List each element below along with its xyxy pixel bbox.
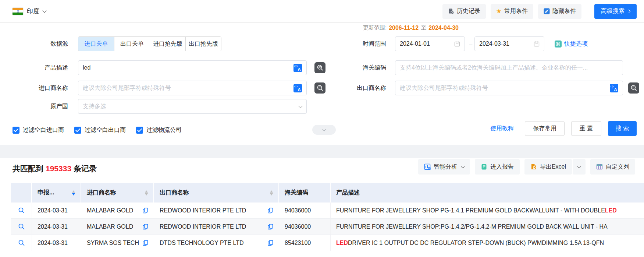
update-range-to-word: 至 — [421, 24, 426, 31]
row-search-icon[interactable] — [18, 207, 25, 214]
hide-conditions-button[interactable]: 隐藏条件 — [538, 4, 581, 19]
row-search-icon[interactable] — [18, 239, 25, 246]
importer-name: MALABAR GOLD — [87, 223, 133, 230]
quick-options-button[interactable]: 快捷选项 — [555, 36, 588, 51]
tab-export-preview[interactable]: 出口抢先版 — [185, 37, 221, 51]
translate-icon[interactable]: 中A — [293, 84, 302, 92]
search-button[interactable]: 搜 索 — [608, 121, 637, 136]
enter-report-button[interactable]: 进入报告 — [475, 159, 520, 175]
report-icon — [481, 163, 487, 170]
cell-product-desc: LED DRIVER IC 1 OUTPUT DC DC REGULATOR S… — [331, 235, 644, 251]
cell-hs-code: 94036000 — [279, 219, 331, 235]
india-flag-icon — [13, 8, 23, 15]
header-exporter[interactable]: 出口商名称 — [154, 183, 279, 203]
advanced-search-button[interactable]: 高级搜索 — [594, 4, 637, 19]
smart-analysis-button[interactable]: BI 智能分析 — [418, 159, 470, 175]
cell-importer: MALABAR GOLD — [81, 203, 154, 218]
table-row: 2024-03-31 MALABAR GOLD REDWOOD INTERIOR… — [11, 203, 644, 219]
results-section: 共匹配到195333条记录 BI 智能分析 进入报告 — [0, 158, 644, 257]
calendar-icon — [454, 41, 460, 47]
cell-product-desc: FURNITURE FOR JEWELLERY SHOP:PG-1.4.2/PG… — [331, 219, 644, 235]
collapse-panel-button[interactable] — [312, 125, 336, 135]
header-declare-date[interactable]: 申报... — [32, 183, 81, 203]
quick-options-label: 快捷选项 — [564, 40, 588, 48]
export-excel-button[interactable]: 导出Excel — [524, 159, 572, 175]
row-detail-cell — [11, 203, 32, 218]
hs-code-input[interactable] — [400, 64, 618, 71]
copy-icon[interactable] — [268, 240, 273, 246]
cell-date: 2024-03-31 — [32, 219, 81, 235]
custom-columns-button[interactable]: 自定义列 — [590, 159, 635, 175]
history-icon — [448, 8, 454, 14]
copy-icon[interactable] — [143, 240, 148, 246]
hide-conditions-label: 隐藏条件 — [552, 7, 576, 15]
checkbox-label: 过滤空白出口商 — [85, 126, 126, 134]
collapse-icon — [544, 8, 550, 14]
end-date-input[interactable]: 2024-03-31 — [474, 36, 544, 51]
exporter-input[interactable] — [400, 85, 607, 91]
cell-importer: SYRMA SGS TECH — [81, 235, 154, 251]
translate-icon[interactable]: 中A — [293, 64, 302, 72]
checkbox-checked-icon — [13, 127, 19, 134]
command-icon — [555, 41, 562, 47]
update-range-from: 2006-11-12 — [389, 25, 419, 31]
cell-product-desc: FURNITURE FOR JEWELLERY SHOP PG-1.4.1 PR… — [331, 203, 644, 218]
copy-icon[interactable] — [268, 208, 273, 214]
cell-exporter: REDWOOD INTERIOR PTE LTD — [154, 219, 279, 235]
results-toolbar: BI 智能分析 进入报告 导出E — [418, 159, 635, 175]
history-button[interactable]: 历史记录 — [442, 4, 486, 19]
reset-button[interactable]: 重 置 — [571, 121, 601, 136]
origin-select[interactable]: 支持多选 — [78, 99, 307, 114]
svg-text:BI: BI — [428, 168, 430, 170]
cell-date: 2024-03-31 — [32, 203, 81, 218]
sort-control[interactable] — [141, 190, 148, 196]
copy-icon[interactable] — [143, 208, 148, 214]
sort-control[interactable] — [266, 190, 273, 196]
row-detail-cell — [11, 219, 32, 235]
copy-icon[interactable] — [268, 224, 273, 230]
checkbox-filter-blank-exporter[interactable]: 过滤空白出口商 — [74, 126, 126, 134]
favorites-button[interactable]: ★ 常用条件 — [491, 4, 533, 19]
start-date-input[interactable]: 2024-01-01 — [395, 36, 465, 51]
header-importer[interactable]: 进口商名称 — [81, 183, 154, 203]
exporter-field: 中A — [395, 81, 623, 95]
origin-placeholder: 支持多选 — [83, 103, 299, 110]
tutorial-link[interactable]: 使用教程 — [490, 121, 514, 136]
sort-control[interactable] — [68, 190, 75, 196]
chevron-down-icon — [322, 128, 326, 131]
advanced-search-label: 高级搜索 — [601, 7, 625, 15]
tab-import-customs[interactable]: 进口关单 — [78, 37, 114, 51]
header-hs-code: 海关编码 — [279, 183, 331, 203]
checkbox-filter-logistics[interactable]: 过滤物流公司 — [136, 126, 182, 134]
header-label: 申报... — [38, 189, 54, 197]
chevron-down-icon — [42, 8, 46, 13]
exact-match-icon — [630, 85, 637, 91]
importer-input[interactable] — [83, 85, 291, 91]
country-selector[interactable]: 印度 — [13, 7, 46, 15]
start-date-value: 2024-01-01 — [400, 41, 430, 47]
end-date-value: 2024-03-31 — [479, 41, 509, 47]
exact-match-toggle[interactable] — [628, 82, 639, 94]
hs-code-field — [395, 60, 623, 75]
exporter-label: 出口商名称 — [319, 81, 386, 95]
importer-field: 中A — [78, 81, 307, 95]
copy-icon[interactable] — [143, 224, 148, 230]
checkbox-filter-blank-importer[interactable]: 过滤空白进口商 — [13, 126, 64, 134]
tab-import-preview[interactable]: 进口抢先版 — [150, 37, 185, 51]
update-range-label: 更新范围: — [363, 24, 387, 31]
product-desc-input[interactable] — [83, 64, 291, 71]
exporter-name: REDWOOD INTERIOR PTE LTD — [160, 223, 246, 230]
cell-importer: MALABAR GOLD — [81, 219, 154, 235]
cell-exporter: DTDS TECHNOLOGY PTE LTD — [154, 235, 279, 251]
row-search-icon[interactable] — [18, 223, 25, 230]
history-label: 历史记录 — [457, 7, 480, 15]
tab-export-customs[interactable]: 出口关单 — [114, 37, 150, 51]
cell-exporter: REDWOOD INTERIOR PTE LTD — [154, 203, 279, 218]
star-icon: ★ — [496, 8, 502, 14]
export-options-button[interactable] — [573, 159, 586, 175]
save-favorite-button[interactable]: 保存常用 — [525, 121, 565, 136]
summary-suffix: 条记录 — [74, 164, 97, 173]
filter-checkbox-row: 过滤空白进口商 过滤空白出口商 过滤物流公司 — [13, 123, 182, 137]
product-desc-field: 中A — [78, 60, 307, 75]
translate-icon[interactable]: 中A — [610, 84, 618, 92]
